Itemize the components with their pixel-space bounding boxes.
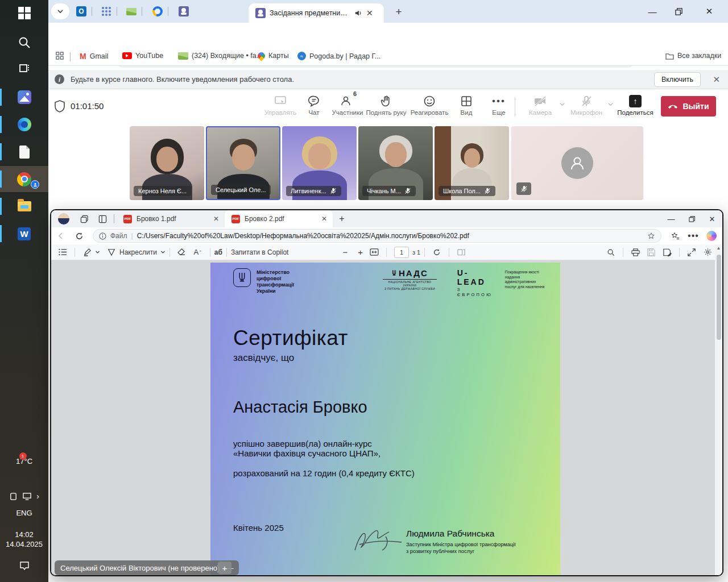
scrollbar-thumb[interactable] (717, 255, 721, 340)
participant-tile[interactable]: Литвиненк... (282, 126, 357, 200)
notice-close-icon[interactable]: ✕ (713, 74, 720, 85)
eraser-button[interactable] (176, 247, 188, 258)
window-close-button[interactable]: ✕ (697, 0, 722, 23)
caption-plus-button[interactable]: + (218, 562, 231, 574)
tab-search-button[interactable] (51, 3, 69, 19)
active-tab[interactable]: Засідання предметних ком ✕ (249, 3, 384, 23)
taskbar-word[interactable]: W (0, 221, 48, 247)
live-caption-pill[interactable]: Селецький Олексій Вікторович (не провере… (55, 560, 239, 575)
toc-button[interactable] (57, 247, 68, 258)
vertical-tabs-icon[interactable] (97, 214, 107, 224)
edge-back-button[interactable] (56, 231, 66, 241)
new-tab-button[interactable]: + (392, 5, 406, 19)
bookmark-gmail[interactable]: MGmail (80, 52, 108, 61)
copilot-button[interactable] (706, 231, 717, 241)
favorites-button[interactable] (670, 231, 680, 241)
participant-tile-no-video[interactable] (511, 126, 643, 200)
notification-center-button[interactable] (0, 560, 48, 573)
zoom-in-button[interactable]: + (358, 247, 363, 257)
settings-gear-button[interactable] (702, 247, 713, 258)
save-button[interactable] (646, 247, 657, 258)
edge-tab-1[interactable]: PDF Бровко 1.pdf ✕ (117, 210, 225, 227)
participant-tile[interactable]: Школа Пол... (435, 126, 509, 200)
bookmark-pogoda[interactable]: ≈Pogoda.by | Радар Г... (297, 52, 380, 60)
button-label: Микрофон (570, 109, 602, 116)
search-button[interactable] (0, 30, 48, 56)
ulead-logo: U-LEAD З ЄВРОПОЮ (457, 268, 497, 297)
read-aloud-button[interactable]: A⌃ (192, 247, 204, 258)
window-restore-button[interactable] (666, 0, 691, 23)
fullscreen-button[interactable] (686, 247, 697, 258)
ask-copilot-button[interactable]: Запитати в Copilot (231, 248, 289, 256)
scroll-up-arrow[interactable]: ▲ (715, 246, 722, 251)
raise-hand-button[interactable]: Поднять руку (365, 95, 408, 116)
bookmark-inbox[interactable]: (324) Входящие • fa... (178, 52, 262, 60)
mic-button[interactable]: Микрофон (565, 95, 608, 116)
clock-time[interactable]: 14:02 (0, 530, 48, 539)
page-view-button[interactable] (456, 247, 467, 258)
edge-new-tab-button[interactable]: + (337, 214, 347, 224)
language-indicator[interactable]: ENG (0, 509, 48, 517)
save-as-button[interactable] (661, 247, 673, 258)
edge-address-bar[interactable]: Файл | C:/Users/Faculty%20of%20Law/Deskt… (93, 229, 661, 243)
highlighter-chevron[interactable] (95, 248, 100, 256)
taskbar-weather[interactable]: 1 17°C (0, 455, 48, 465)
print-button[interactable] (630, 247, 641, 258)
highlighter-button[interactable] (81, 247, 93, 258)
taskbar-edge[interactable] (0, 111, 48, 138)
text-tool-button[interactable]: аб (214, 248, 222, 256)
participant-tile[interactable]: Чічкань М... (358, 126, 433, 200)
participant-tile[interactable]: Керноз Неля Є... (130, 126, 204, 200)
bookmark-youtube[interactable]: YouTube (122, 52, 163, 60)
taskbar-explorer[interactable] (0, 193, 48, 219)
taskbar-chrome[interactable] (0, 166, 48, 192)
edge-profile-avatar[interactable] (58, 213, 69, 225)
tab-close-icon[interactable]: ✕ (213, 215, 219, 223)
apps-grid-button[interactable] (56, 52, 64, 60)
pdf-search-button[interactable] (605, 247, 617, 258)
taskbar-document[interactable] (0, 139, 48, 165)
divider (623, 248, 623, 257)
all-bookmarks-button[interactable]: Все закладки (665, 52, 721, 60)
window-minimize-button[interactable]: — (640, 0, 665, 23)
tab-close-icon[interactable]: ✕ (321, 215, 327, 223)
taskbar-photos[interactable] (0, 84, 48, 110)
pinned-tab-mail[interactable] (126, 6, 137, 17)
draw-label[interactable]: Накреслити (119, 248, 157, 256)
start-button[interactable] (0, 0, 48, 26)
pinned-tab-4[interactable] (152, 6, 163, 17)
zoom-out-button[interactable]: − (342, 247, 348, 257)
bookmark-maps[interactable]: Карты (258, 52, 289, 60)
fit-page-button[interactable] (369, 247, 380, 258)
pinned-tab-outlook[interactable]: O (76, 6, 87, 17)
bookmark-star-icon[interactable] (647, 232, 655, 240)
camera-button[interactable]: Камера (519, 95, 562, 116)
edge-close-button[interactable]: ✕ (702, 210, 722, 227)
rotate-button[interactable] (431, 247, 442, 258)
tab-audio-icon[interactable] (354, 9, 362, 17)
tab-close-icon[interactable]: ✕ (366, 9, 373, 18)
mic-dropdown-chevron[interactable] (607, 99, 614, 110)
taskbar-tray[interactable]: › (0, 492, 48, 501)
draw-chevron[interactable] (160, 248, 166, 256)
edge-more-button[interactable]: ••• (688, 231, 698, 241)
page-number-input[interactable]: 1 (394, 247, 409, 258)
edge-tab-2-active[interactable]: PDF Бровко 2.pdf ✕ (225, 210, 333, 227)
task-view-button[interactable] (0, 56, 48, 82)
draw-pen-icon[interactable] (106, 247, 117, 258)
edge-reload-button[interactable] (74, 231, 84, 241)
pdf-viewer-area[interactable]: Міністерство цифрової трансформації Укра… (51, 260, 722, 575)
edge-restore-button[interactable] (681, 210, 702, 227)
pdf-scrollbar[interactable]: ▲ (715, 244, 722, 575)
button-label: Управлять (264, 109, 296, 116)
enable-notifications-button[interactable]: Включить (654, 72, 701, 87)
tab-actions-icon[interactable] (79, 214, 89, 224)
edge-minimize-button[interactable]: — (661, 210, 681, 227)
more-button[interactable]: ••• Еще (477, 95, 520, 116)
pinned-tab-teams[interactable] (178, 6, 189, 17)
participants-button[interactable]: 6 Участники (326, 95, 369, 116)
participant-tile-active-speaker[interactable]: Селецький Оле... (206, 126, 280, 200)
leave-meeting-button[interactable]: Выйти (661, 96, 716, 117)
pinned-tab-2[interactable] (101, 6, 112, 17)
share-button[interactable]: ↑ Поделиться (614, 95, 657, 116)
